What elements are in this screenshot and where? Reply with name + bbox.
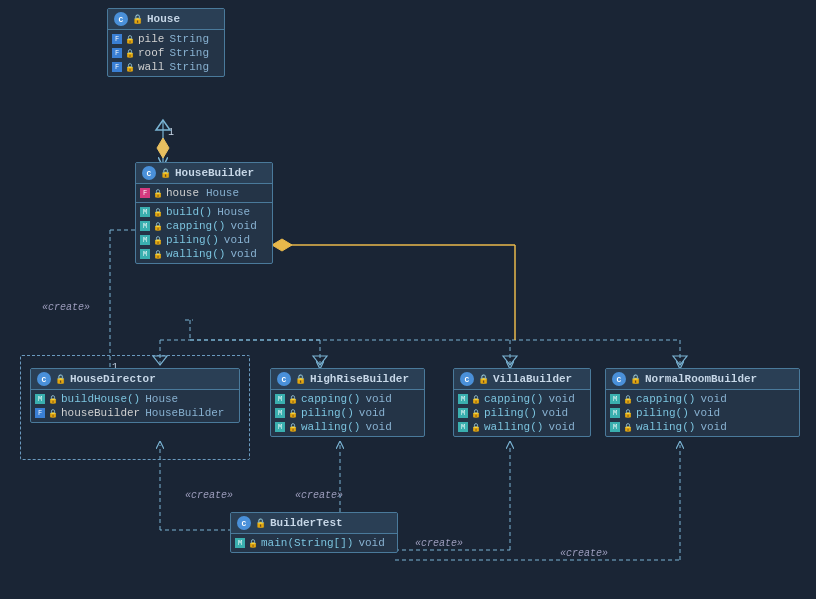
svg-marker-18: [503, 356, 517, 365]
method-type: void: [224, 234, 250, 246]
lock: 🔒: [248, 539, 258, 548]
lock: 🔒: [471, 395, 481, 404]
svg-text:«create»: «create»: [295, 490, 343, 501]
highrisebuilder-method-walling: M 🔒 walling() void: [271, 420, 424, 434]
svg-marker-19: [673, 356, 687, 365]
lock: 🔒: [125, 63, 135, 72]
method-type: void: [365, 393, 391, 405]
method-name: build(): [166, 206, 212, 218]
highrisebuilder-class: C 🔒 HighRiseBuilder M 🔒 capping() void M…: [270, 368, 425, 437]
method-icon: M: [458, 408, 468, 418]
method-icon: M: [275, 394, 285, 404]
villabuilder-title: VillaBuilder: [493, 373, 572, 385]
method-type: void: [230, 220, 256, 232]
normalroombuilder-class-icon: C: [612, 372, 626, 386]
svg-text:1: 1: [168, 127, 174, 138]
buildertest-body: M 🔒 main(String[]) void: [231, 534, 397, 552]
method-name: capping(): [301, 393, 360, 405]
field-name: houseBuilder: [61, 407, 140, 419]
lock: 🔒: [471, 423, 481, 432]
highrisebuilder-class-icon: C: [277, 372, 291, 386]
highrisebuilder-lock-icon: 🔒: [295, 374, 306, 385]
svg-marker-17: [313, 356, 327, 365]
house-lock-icon: 🔒: [132, 14, 143, 25]
normalroombuilder-header: C 🔒 NormalRoomBuilder: [606, 369, 799, 390]
method-icon: M: [35, 394, 45, 404]
normalroombuilder-lock-icon: 🔒: [630, 374, 641, 385]
housedirector-method-buildhouse: M 🔒 buildHouse() House: [31, 392, 239, 406]
lock: 🔒: [288, 395, 298, 404]
svg-marker-21: [156, 120, 170, 130]
field-icon: F: [35, 408, 45, 418]
villabuilder-method-walling: M 🔒 walling() void: [454, 420, 590, 434]
buildertest-title: BuilderTest: [270, 517, 343, 529]
lock: 🔒: [288, 423, 298, 432]
buildertest-class: C 🔒 BuilderTest M 🔒 main(String[]) void: [230, 512, 398, 553]
housebuilder-class-icon: C: [142, 166, 156, 180]
housebuilder-body: F 🔒 house House M 🔒 build() House M 🔒 ca…: [136, 184, 272, 263]
villabuilder-body: M 🔒 capping() void M 🔒 piling() void M 🔒…: [454, 390, 590, 436]
normalroombuilder-class: C 🔒 NormalRoomBuilder M 🔒 capping() void…: [605, 368, 800, 437]
housedirector-class: C 🔒 HouseDirector M 🔒 buildHouse() House…: [30, 368, 240, 423]
villabuilder-class-icon: C: [460, 372, 474, 386]
villabuilder-method-piling: M 🔒 piling() void: [454, 406, 590, 420]
method-icon: M: [140, 221, 150, 231]
uml-diagram: 1 «create» 1: [0, 0, 816, 599]
method-type: void: [365, 421, 391, 433]
house-header: C 🔒 House: [108, 9, 224, 30]
method-name: piling(): [166, 234, 219, 246]
house-title: House: [147, 13, 180, 25]
villabuilder-method-capping: M 🔒 capping() void: [454, 392, 590, 406]
method-icon: M: [610, 422, 620, 432]
lock: 🔒: [623, 423, 633, 432]
lock: 🔒: [153, 189, 163, 198]
normalroombuilder-body: M 🔒 capping() void M 🔒 piling() void M 🔒…: [606, 390, 799, 436]
method-type: void: [548, 421, 574, 433]
lock: 🔒: [125, 35, 135, 44]
svg-text:«create»: «create»: [185, 490, 233, 501]
method-type: void: [358, 537, 384, 549]
lock: 🔒: [153, 222, 163, 231]
method-name: walling(): [301, 421, 360, 433]
method-icon: M: [275, 422, 285, 432]
housedirector-title: HouseDirector: [70, 373, 156, 385]
field-type: String: [169, 47, 209, 59]
field-type: House: [206, 187, 239, 199]
house-body: F 🔒 pile String F 🔒 roof String F 🔒 wall…: [108, 30, 224, 76]
villabuilder-header: C 🔒 VillaBuilder: [454, 369, 590, 390]
method-name: walling(): [636, 421, 695, 433]
method-name: capping(): [166, 220, 225, 232]
housedirector-field-housebuilder: F 🔒 houseBuilder HouseBuilder: [31, 406, 239, 420]
housebuilder-method-piling: M 🔒 piling() void: [136, 233, 272, 247]
house-class: C 🔒 House F 🔒 pile String F 🔒 roof Strin…: [107, 8, 225, 77]
highrisebuilder-method-capping: M 🔒 capping() void: [271, 392, 424, 406]
lock: 🔒: [288, 409, 298, 418]
method-name: piling(): [301, 407, 354, 419]
lock: 🔒: [153, 208, 163, 217]
house-field-roof: F 🔒 roof String: [108, 46, 224, 60]
method-name: piling(): [636, 407, 689, 419]
method-name: buildHouse(): [61, 393, 140, 405]
method-icon: M: [235, 538, 245, 548]
buildertest-header: C 🔒 BuilderTest: [231, 513, 397, 534]
svg-text:«create»: «create»: [560, 548, 608, 559]
lock: 🔒: [125, 49, 135, 58]
highrisebuilder-title: HighRiseBuilder: [310, 373, 409, 385]
connectors: 1 «create» 1: [0, 0, 816, 599]
buildertest-method-main: M 🔒 main(String[]) void: [231, 536, 397, 550]
field-icon: F: [140, 188, 150, 198]
method-icon: M: [140, 207, 150, 217]
method-type: void: [548, 393, 574, 405]
housebuilder-field-house: F 🔒 house House: [136, 186, 272, 200]
housebuilder-header: C 🔒 HouseBuilder: [136, 163, 272, 184]
field-name: house: [166, 187, 199, 199]
normalroombuilder-method-piling: M 🔒 piling() void: [606, 406, 799, 420]
method-type: void: [230, 248, 256, 260]
villabuilder-lock-icon: 🔒: [478, 374, 489, 385]
lock: 🔒: [153, 236, 163, 245]
method-icon: M: [610, 394, 620, 404]
housedirector-body: M 🔒 buildHouse() House F 🔒 houseBuilder …: [31, 390, 239, 422]
method-icon: M: [140, 249, 150, 259]
housebuilder-title: HouseBuilder: [175, 167, 254, 179]
housebuilder-lock-icon: 🔒: [160, 168, 171, 179]
